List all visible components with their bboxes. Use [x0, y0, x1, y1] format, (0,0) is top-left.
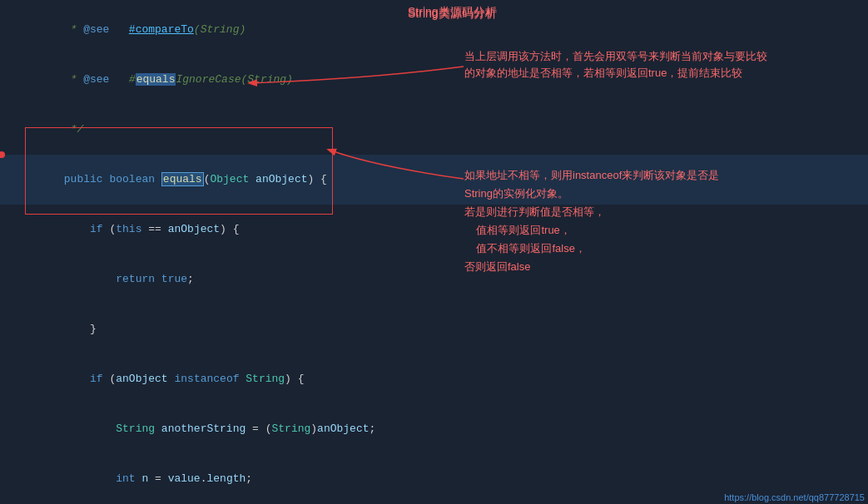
type-string: String [246, 373, 285, 385]
op2: == [141, 223, 167, 235]
op-close: ) { [308, 173, 327, 185]
kw-instanceof: instanceof [168, 373, 246, 385]
type-object: Object [210, 173, 249, 185]
param-n: n [136, 472, 149, 485]
kw-if: if [90, 223, 109, 235]
code-line: String anotherString = (String)anObject; [0, 404, 868, 454]
line-content: */ [25, 105, 866, 155]
op-cast2: ) [310, 422, 317, 435]
op-semi: ; [187, 273, 194, 285]
indent [64, 422, 116, 435]
code-container: String类源码分析 * @see #compareTo(String) * … [0, 0, 868, 504]
indent [64, 472, 116, 485]
comment-text: * [64, 73, 83, 86]
kw-true: true [161, 273, 187, 285]
kw-public: public [64, 173, 110, 185]
annotation-ref: #compareTo [129, 23, 194, 36]
op-s: ; [370, 422, 376, 435]
indent [64, 223, 90, 235]
param-anobj3: anObject [317, 422, 369, 435]
kw-if2: if [90, 373, 109, 385]
comment-space [109, 23, 128, 36]
type-cast: String [271, 422, 310, 435]
param-anobject: anObject [249, 173, 307, 185]
annotation-see2: @see [83, 73, 109, 86]
comment-space: # [109, 73, 135, 86]
kw-return: return [116, 273, 161, 285]
param-length: length [206, 472, 246, 485]
indent [64, 373, 90, 385]
equals-highlight: equals [136, 73, 176, 86]
param-anobj2: anObject [116, 373, 167, 385]
second-annotation: 如果地址不相等，则用instanceof来判断该对象是否是 String的实例化… [464, 166, 847, 277]
op-brace: } [90, 323, 97, 335]
kw-this: this [116, 223, 141, 235]
comment-rest2: IgnoreCase(String) [176, 73, 292, 86]
code-line: } [0, 304, 868, 354]
annotation-see: @see [83, 23, 109, 36]
watermark: https://blog.csdn.net/qq877728715 [724, 492, 865, 502]
type-string2: String [116, 422, 155, 435]
op-semi2: ; [246, 472, 252, 485]
line-content: } [25, 304, 866, 354]
comment-rest: (String) [194, 23, 246, 36]
op3: ) { [220, 223, 239, 235]
code-line-instanceof: if (anObject instanceof String) { [0, 354, 868, 404]
line-content: if (anObject instanceof String) { [25, 354, 866, 404]
indent [64, 323, 90, 335]
kw-int: int [116, 472, 135, 485]
first-annotation: 当上层调用该方法时，首先会用双等号来判断当前对象与要比较 的对象的地址是否相等，… [464, 48, 847, 81]
method-equals: equals [161, 172, 204, 186]
indent [64, 273, 116, 285]
line-content: String anotherString = (String)anObject; [25, 404, 866, 454]
op-eq: = [148, 472, 167, 485]
comment-text: * [64, 23, 83, 36]
param-value: value [168, 472, 201, 485]
page-title: String类源码分析 [408, 5, 497, 20]
comment-close: */ [64, 123, 83, 136]
code-line: */ [0, 105, 868, 155]
op-p2: ) { [285, 373, 304, 385]
param-another: anotherString [155, 422, 246, 435]
param: anObject [168, 223, 220, 235]
breakpoint-marker [0, 151, 5, 158]
kw-boolean: boolean [109, 173, 161, 185]
op-assign: = ( [246, 422, 271, 435]
